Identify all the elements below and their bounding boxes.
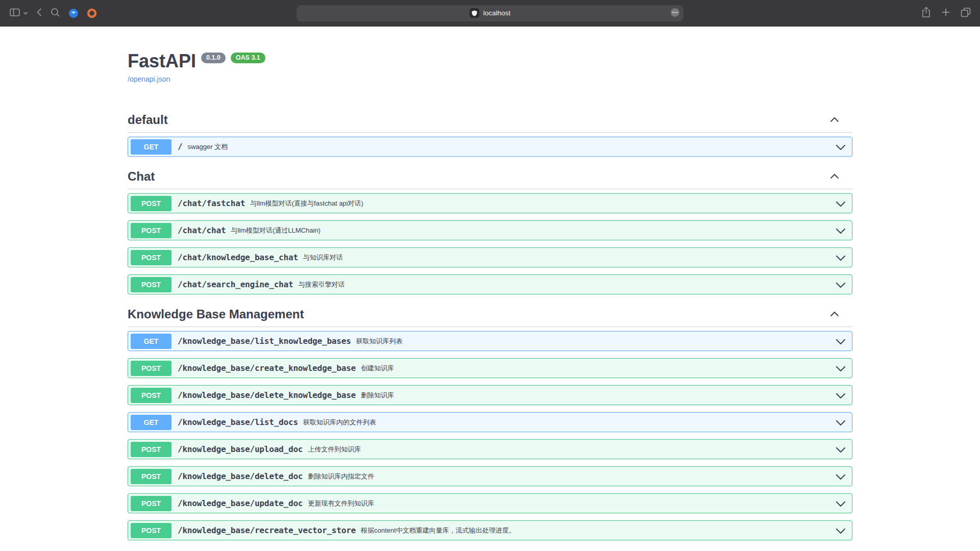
chevron-down-icon[interactable]	[836, 142, 846, 152]
api-title-text: FastAPI	[128, 50, 196, 72]
chevron-down-icon[interactable]	[836, 336, 846, 346]
endpoint-path: /knowledge_base/delete_doc	[178, 471, 303, 481]
section-header-knowledge-base-management[interactable]: Knowledge Base Management	[128, 302, 852, 327]
share-button[interactable]	[921, 7, 931, 19]
ellipsis-icon	[670, 8, 680, 19]
endpoint-row[interactable]: POST /chat/chat 与llm模型对话(通过LLMChain)	[128, 220, 852, 240]
method-badge: POST	[131, 277, 172, 292]
chevron-up-icon[interactable]	[830, 311, 839, 317]
method-badge: GET	[131, 139, 172, 155]
endpoint-row[interactable]: POST /knowledge_base/upload_doc 上传文件到知识库	[128, 439, 852, 459]
openapi-spec-link[interactable]: /openapi.json	[128, 75, 170, 83]
endpoint-path: /knowledge_base/list_docs	[178, 417, 298, 427]
api-title: FastAPI 0.1.0 OAS 3.1	[128, 50, 852, 72]
chevron-down-icon[interactable]	[836, 280, 846, 290]
endpoint-row[interactable]: POST /knowledge_base/recreate_vector_sto…	[128, 520, 852, 540]
chevron-down-icon[interactable]	[836, 471, 846, 482]
section-default: default GET / swagger 文档	[128, 107, 852, 157]
share-icon	[921, 7, 931, 19]
address-bar[interactable]: localhost	[297, 5, 683, 21]
sidebar-toggle-button[interactable]	[9, 7, 20, 19]
section-title: Chat	[128, 169, 155, 184]
section-header-chat[interactable]: Chat	[128, 164, 852, 189]
section-title: default	[128, 112, 168, 127]
chevron-down-icon[interactable]	[836, 198, 846, 209]
search-button[interactable]	[51, 8, 60, 19]
chevron-down-icon	[23, 9, 28, 17]
method-badge: POST	[131, 361, 172, 376]
chevron-down-icon[interactable]	[836, 253, 846, 263]
browser-toolbar: localhost	[0, 0, 980, 27]
endpoint-row[interactable]: GET / swagger 文档	[128, 137, 852, 157]
api-info: FastAPI 0.1.0 OAS 3.1 /openapi.json	[128, 50, 852, 84]
method-badge: POST	[131, 196, 172, 211]
endpoint-description: swagger 文档	[187, 142, 228, 152]
chevron-down-icon[interactable]	[836, 363, 846, 373]
endpoint-row[interactable]: GET /knowledge_base/list_knowledge_bases…	[128, 331, 852, 351]
chevron-down-icon[interactable]	[836, 525, 846, 536]
method-badge: POST	[131, 223, 172, 238]
chevron-down-icon[interactable]	[836, 226, 846, 236]
section-knowledge-base-management: Knowledge Base Management GET /knowledge…	[128, 302, 852, 540]
endpoint-path: /chat/fastchat	[178, 198, 245, 208]
oas-badge: OAS 3.1	[231, 53, 265, 63]
back-icon	[36, 8, 42, 18]
section-title: Knowledge Base Management	[128, 307, 304, 321]
back-button[interactable]	[36, 8, 42, 18]
endpoint-row[interactable]: POST /knowledge_base/delete_knowledge_ba…	[128, 385, 852, 405]
chevron-down-icon[interactable]	[836, 417, 846, 428]
endpoint-description: 上传文件到知识库	[308, 445, 361, 454]
endpoint-description: 根据content中文档重建向量库，流式输出处理进度。	[361, 526, 516, 535]
endpoint-row[interactable]: GET /knowledge_base/list_docs 获取知识库内的文件列…	[128, 412, 852, 432]
endpoint-path: /chat/search_engine_chat	[178, 280, 293, 289]
method-badge: POST	[131, 250, 172, 265]
endpoint-row[interactable]: POST /chat/fastchat 与llm模型对话(直接与fastchat…	[128, 193, 852, 213]
chevron-down-icon[interactable]	[836, 390, 846, 400]
blue-extension-icon[interactable]	[68, 8, 79, 18]
endpoint-path: /knowledge_base/update_doc	[178, 498, 303, 508]
chevron-down-icon[interactable]	[836, 498, 846, 509]
endpoint-path: /knowledge_base/list_knowledge_bases	[178, 336, 351, 346]
endpoint-description: 创建知识库	[361, 364, 394, 373]
tab-overview-button[interactable]	[961, 7, 971, 19]
endpoint-path: /knowledge_base/upload_doc	[178, 444, 303, 454]
version-badge: 0.1.0	[201, 53, 226, 63]
method-badge: GET	[131, 334, 172, 349]
chevron-down-icon[interactable]	[836, 444, 846, 455]
section-chat: Chat POST /chat/fastchat 与llm模型对话(直接与fas…	[128, 164, 852, 294]
orange-extension-icon[interactable]	[87, 8, 97, 18]
endpoint-description: 获取知识库列表	[356, 337, 403, 346]
endpoint-path: /chat/chat	[178, 226, 226, 235]
method-badge: POST	[131, 388, 172, 403]
plus-icon	[941, 8, 950, 18]
chevron-up-icon[interactable]	[830, 173, 839, 179]
endpoint-description: 与知识库对话	[303, 253, 343, 262]
endpoint-description: 删除知识库	[361, 391, 394, 400]
method-badge: POST	[131, 469, 172, 484]
new-tab-button[interactable]	[941, 8, 950, 18]
method-badge: POST	[131, 442, 172, 457]
sidebar-icon	[9, 7, 20, 19]
endpoint-row[interactable]: POST /knowledge_base/update_doc 更新现有文件到知…	[128, 493, 852, 513]
endpoint-description: 与llm模型对话(通过LLMChain)	[231, 226, 321, 235]
endpoint-path: /knowledge_base/create_knowledge_base	[178, 363, 356, 373]
endpoint-row[interactable]: POST /knowledge_base/create_knowledge_ba…	[128, 358, 852, 378]
endpoint-path: /knowledge_base/recreate_vector_store	[178, 525, 356, 535]
search-icon	[51, 8, 60, 19]
endpoint-description: 与搜索引擎对话	[298, 280, 345, 289]
endpoint-row[interactable]: POST /chat/knowledge_base_chat 与知识库对话	[128, 247, 852, 267]
tab-overview-icon	[961, 7, 971, 19]
chevron-up-icon[interactable]	[830, 117, 839, 122]
page-options-button[interactable]	[670, 8, 680, 19]
endpoint-description: 更新现有文件到知识库	[308, 499, 374, 508]
sidebar-menu-button[interactable]	[23, 9, 28, 17]
endpoint-path: /knowledge_base/delete_knowledge_base	[178, 390, 356, 400]
endpoint-row[interactable]: POST /chat/search_engine_chat 与搜索引擎对话	[128, 274, 852, 294]
method-badge: POST	[131, 523, 172, 538]
url-text: localhost	[483, 9, 510, 17]
endpoint-row[interactable]: POST /knowledge_base/delete_doc 删除知识库内指定…	[128, 466, 852, 486]
endpoint-description: 删除知识库内指定文件	[308, 472, 374, 481]
section-header-default[interactable]: default	[128, 107, 852, 133]
privacy-shield-icon	[470, 8, 479, 18]
method-badge: POST	[131, 496, 172, 511]
